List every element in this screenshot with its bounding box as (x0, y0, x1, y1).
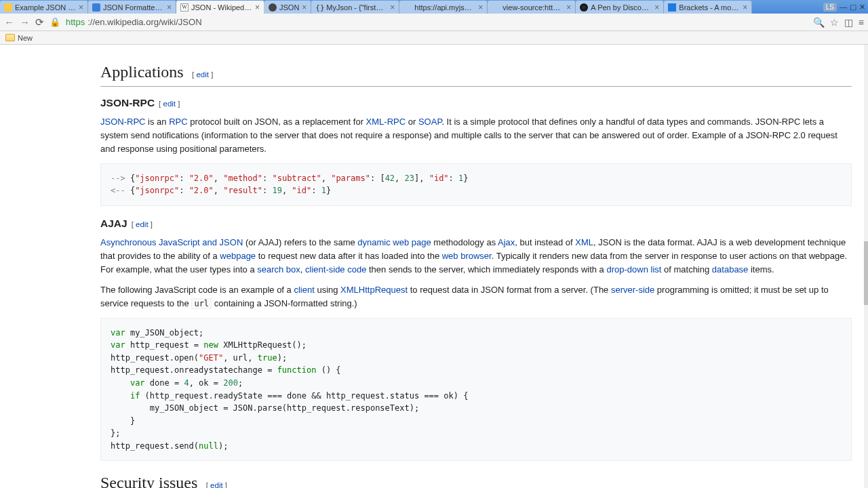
scrollbar-thumb[interactable] (864, 241, 868, 305)
scrollbar-track[interactable] (864, 45, 868, 488)
menu-icon[interactable]: ≡ (859, 17, 864, 28)
bookmark-bar: New (0, 31, 868, 45)
browser-tab[interactable]: https://api.myjson.com/bin× (399, 1, 488, 14)
browser-tab-active[interactable]: WJSON - Wikipedia, the free e× (176, 1, 264, 14)
edit-link: [ edit ] (188, 70, 214, 79)
browser-tab[interactable]: view-source:https://api.myj× (488, 1, 576, 14)
link[interactable]: Ajax (498, 237, 515, 247)
browser-tab[interactable]: {}MyJson - {"firstName"=>"La× (311, 1, 399, 14)
browser-tab[interactable]: JSON× (264, 1, 311, 14)
link[interactable]: client (294, 285, 314, 295)
favicon (668, 3, 676, 12)
favicon (403, 3, 412, 12)
favicon: W (180, 3, 189, 12)
browser-tab[interactable]: Example JSON Discoveryvip× (0, 1, 88, 14)
close-icon[interactable]: × (743, 3, 747, 12)
close-icon[interactable]: × (167, 3, 172, 12)
star-icon[interactable]: ☆ (830, 17, 839, 28)
link[interactable]: XMLHttpRequest (340, 285, 408, 295)
close-icon[interactable]: × (654, 3, 659, 12)
browser-tab[interactable]: JSON Formatter & Validator× (88, 1, 176, 14)
forward-button[interactable]: → (20, 16, 30, 28)
lock-icon: 🔒 (50, 17, 60, 27)
close-icon[interactable]: × (566, 3, 571, 12)
link-rpc[interactable]: RPC (169, 117, 187, 127)
favicon (92, 3, 100, 12)
favicon (4, 3, 12, 12)
minimize-icon[interactable]: — (840, 3, 847, 11)
window-controls: LS — ▢ ✕ (823, 0, 868, 14)
close-icon[interactable]: × (390, 3, 395, 12)
bookmark-item[interactable]: New (18, 34, 33, 42)
browser-tab[interactable]: A Pen by Discoveryvip.com× (576, 1, 664, 14)
zoom-icon[interactable]: 🔍 (813, 17, 825, 28)
paragraph: The following JavaScript code is an exam… (100, 283, 852, 310)
user-badge[interactable]: LS (823, 3, 837, 12)
link[interactable]: search box (257, 264, 300, 274)
subsection-heading-jsonrpc: JSON-RPC [ edit ] (100, 95, 852, 111)
favicon: {} (315, 3, 323, 12)
maximize-icon[interactable]: ▢ (850, 3, 856, 12)
favicon (492, 3, 500, 12)
back-button[interactable]: ← (4, 16, 14, 28)
close-icon[interactable]: × (255, 3, 260, 12)
browser-tab-bar: Example JSON Discoveryvip× JSON Formatte… (0, 0, 868, 14)
link[interactable]: database (712, 264, 749, 274)
favicon (269, 3, 277, 12)
edit-link: [ edit ] (132, 219, 153, 231)
close-icon[interactable]: × (478, 3, 483, 12)
link[interactable]: client-side code (305, 264, 366, 274)
link[interactable]: dynamic web page (357, 237, 431, 247)
code-block-jsonrpc: --> {"jsonrpc": "2.0", "method": "subtra… (100, 163, 852, 206)
link[interactable]: Asynchronous JavaScript and JSON (100, 237, 243, 247)
close-window-icon[interactable]: ✕ (859, 3, 865, 12)
link[interactable]: webpage (220, 251, 256, 261)
link[interactable]: web browser (442, 251, 492, 261)
inline-code: url (191, 298, 212, 309)
code-block-ajaj: var my_JSON_object; var http_request = n… (100, 318, 852, 462)
link-jsonrpc[interactable]: JSON-RPC (100, 117, 145, 127)
reload-button[interactable]: ⟳ (35, 16, 44, 28)
edit-link: [ edit ] (201, 481, 227, 488)
url-input[interactable]: https://en.wikipedia.org/wiki/JSON (66, 17, 808, 27)
link[interactable]: drop-down list (606, 264, 661, 274)
favicon (580, 3, 588, 12)
subsection-heading-ajaj: AJAJ [ edit ] (100, 216, 852, 232)
section-heading-security: Security issues [ edit ] (100, 470, 852, 488)
browser-tab[interactable]: Brackets - A modern, open s× (664, 1, 752, 14)
edit-link: [ edit ] (159, 98, 180, 110)
page-viewport: Applications [ edit ] JSON-RPC [ edit ] … (0, 45, 864, 488)
paragraph: JSON-RPC is an RPC protocol built on JSO… (100, 115, 852, 156)
section-heading-applications: Applications [ edit ] (100, 60, 852, 87)
article-body: Applications [ edit ] JSON-RPC [ edit ] … (100, 45, 852, 488)
link-xmlrpc[interactable]: XML-RPC (366, 117, 406, 127)
close-icon[interactable]: × (79, 3, 83, 12)
link[interactable]: server-side (611, 285, 654, 295)
address-bar: ← → ⟳ 🔒 https://en.wikipedia.org/wiki/JS… (0, 14, 868, 31)
folder-icon (5, 34, 15, 41)
link[interactable]: XML (575, 237, 593, 247)
extension-icon[interactable]: ◫ (844, 17, 853, 28)
paragraph: Asynchronous JavaScript and JSON (or AJA… (100, 236, 852, 277)
link-soap[interactable]: SOAP (418, 117, 441, 127)
close-icon[interactable]: × (302, 3, 307, 12)
